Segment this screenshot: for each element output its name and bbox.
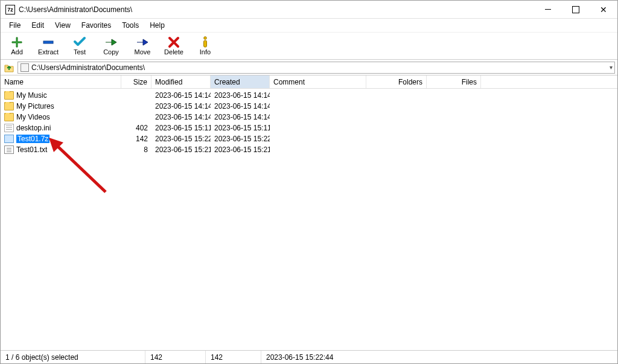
path-text: C:\Users\Administrator\Documents\ xyxy=(31,63,145,72)
info-icon xyxy=(198,36,212,48)
menu-help[interactable]: Help xyxy=(145,20,170,31)
up-folder-button[interactable] xyxy=(3,62,15,74)
file-created: 2023-06-15 15:21 xyxy=(211,145,270,154)
file-name: My Pictures xyxy=(16,102,54,110)
move-arrow-icon xyxy=(135,36,150,48)
ini-icon xyxy=(4,124,14,132)
status-size1: 142 xyxy=(145,351,206,363)
status-bar: 1 / 6 object(s) selected 142 142 2023-06… xyxy=(1,350,617,363)
file-size: 402 xyxy=(121,124,151,132)
path-input[interactable]: C:\Users\Administrator\Documents\ ▾ xyxy=(18,62,615,74)
app-window: 7z C:\Users\Administrator\Documents\ ✕ F… xyxy=(0,0,618,364)
col-folders[interactable]: Folders xyxy=(366,75,427,88)
menu-favorites[interactable]: Favorites xyxy=(77,20,116,31)
file-row[interactable]: desktop.ini4022023-06-15 15:112023-06-15… xyxy=(1,123,617,133)
file-name: My Music xyxy=(16,91,47,100)
column-headers: Name Size Modified Created Comment Folde… xyxy=(1,75,617,89)
status-size2: 142 xyxy=(206,351,261,363)
minus-icon xyxy=(41,36,56,48)
toolbar: Add Extract Test Copy Move xyxy=(1,32,617,60)
file-created: 2023-06-15 14:14 xyxy=(211,113,270,121)
col-created[interactable]: Created xyxy=(211,75,270,88)
svg-point-1 xyxy=(204,37,207,40)
col-files[interactable]: Files xyxy=(427,75,481,88)
test-button[interactable]: Test xyxy=(67,36,92,56)
address-bar: C:\Users\Administrator\Documents\ ▾ xyxy=(1,60,617,75)
folder-icon xyxy=(4,91,14,100)
delete-x-icon xyxy=(167,36,181,48)
disk-icon xyxy=(21,63,29,72)
file-created: 2023-06-15 15:22 xyxy=(211,135,270,143)
status-selection: 1 / 6 object(s) selected xyxy=(1,351,145,363)
maximize-button[interactable] xyxy=(562,1,590,18)
file-modified: 2023-06-15 15:21 xyxy=(151,145,211,154)
app-icon: 7z xyxy=(5,5,15,14)
file-row[interactable]: Test01.7z1422023-06-15 15:222023-06-15 1… xyxy=(1,133,617,144)
svg-rect-2 xyxy=(204,40,207,47)
col-size[interactable]: Size xyxy=(121,75,151,88)
file-list[interactable]: My Music2023-06-15 14:142023-06-15 14:14… xyxy=(1,89,617,350)
menu-edit[interactable]: Edit xyxy=(27,20,49,31)
folder-icon xyxy=(4,113,14,121)
plus-icon xyxy=(10,36,24,48)
file-modified: 2023-06-15 14:14 xyxy=(151,91,211,100)
menu-bar: File Edit View Favorites Tools Help xyxy=(1,19,617,32)
file-row[interactable]: My Music2023-06-15 14:142023-06-15 14:14 xyxy=(1,90,617,101)
title-bar: 7z C:\Users\Administrator\Documents\ ✕ xyxy=(1,1,617,19)
file-size: 8 xyxy=(121,145,151,154)
menu-tools[interactable]: Tools xyxy=(117,20,144,31)
file-name: My Videos xyxy=(16,113,50,121)
window-title: C:\Users\Administrator\Documents\ xyxy=(19,5,534,14)
window-controls: ✕ xyxy=(534,1,617,18)
svg-rect-0 xyxy=(43,41,53,43)
col-modified[interactable]: Modified xyxy=(151,75,211,88)
file-modified: 2023-06-15 14:14 xyxy=(151,113,211,121)
file-row[interactable]: Test01.txt82023-06-15 15:212023-06-15 15… xyxy=(1,144,617,155)
file-size: 142 xyxy=(121,135,151,143)
move-button[interactable]: Move xyxy=(130,36,155,56)
file-name: desktop.ini xyxy=(16,124,51,132)
col-comment[interactable]: Comment xyxy=(270,75,366,88)
status-timestamp: 2023-06-15 15:22:44 xyxy=(261,351,617,363)
txt-icon xyxy=(4,145,14,154)
delete-button[interactable]: Delete xyxy=(161,36,186,56)
col-name[interactable]: Name xyxy=(1,75,121,88)
file-created: 2023-06-15 14:14 xyxy=(211,91,270,100)
archive-icon xyxy=(4,135,14,143)
minimize-button[interactable] xyxy=(534,1,562,18)
menu-file[interactable]: File xyxy=(4,20,25,31)
file-modified: 2023-06-15 15:11 xyxy=(151,124,211,132)
add-button[interactable]: Add xyxy=(4,36,30,56)
extract-button[interactable]: Extract xyxy=(36,36,61,56)
copy-button[interactable]: Copy xyxy=(98,36,124,56)
file-modified: 2023-06-15 14:14 xyxy=(151,102,211,110)
file-name: Test01.txt xyxy=(16,145,47,154)
file-row[interactable]: My Pictures2023-06-15 14:142023-06-15 14… xyxy=(1,101,617,112)
info-button[interactable]: Info xyxy=(193,36,218,56)
file-name: Test01.7z xyxy=(16,135,49,143)
folder-icon xyxy=(4,102,14,110)
file-row[interactable]: My Videos2023-06-15 14:142023-06-15 14:1… xyxy=(1,112,617,123)
file-created: 2023-06-15 15:11 xyxy=(211,124,270,132)
file-modified: 2023-06-15 15:22 xyxy=(151,135,211,143)
menu-view[interactable]: View xyxy=(50,20,75,31)
copy-arrow-icon xyxy=(104,36,118,48)
file-created: 2023-06-15 14:14 xyxy=(211,102,270,110)
check-icon xyxy=(72,36,87,48)
close-button[interactable]: ✕ xyxy=(590,1,617,18)
dropdown-icon[interactable]: ▾ xyxy=(610,64,613,71)
